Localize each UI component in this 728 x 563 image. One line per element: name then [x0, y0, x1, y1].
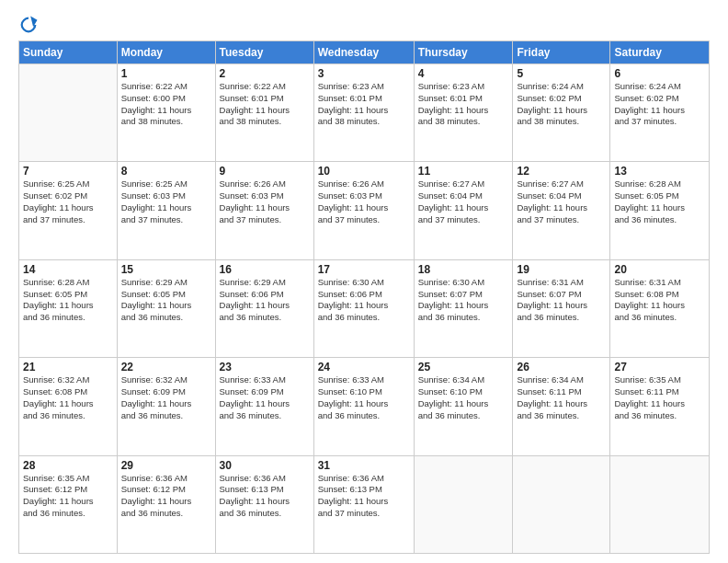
calendar-cell: 27Sunrise: 6:35 AMSunset: 6:11 PMDayligh…	[610, 358, 710, 455]
day-number: 16	[220, 263, 310, 276]
day-info: Sunrise: 6:24 AMSunset: 6:02 PMDaylight:…	[517, 81, 606, 128]
day-info: Sunrise: 6:22 AMSunset: 6:01 PMDaylight:…	[220, 81, 310, 128]
day-number: 27	[614, 361, 705, 373]
calendar-cell	[19, 64, 118, 162]
day-info: Sunrise: 6:34 AMSunset: 6:10 PMDaylight:…	[418, 374, 509, 421]
day-number: 7	[23, 165, 113, 178]
day-info: Sunrise: 6:35 AMSunset: 6:12 PMDaylight:…	[23, 473, 113, 520]
calendar-cell	[414, 455, 513, 553]
day-info: Sunrise: 6:28 AMSunset: 6:05 PMDaylight:…	[614, 178, 705, 225]
day-info: Sunrise: 6:30 AMSunset: 6:06 PMDaylight:…	[318, 277, 410, 324]
day-info: Sunrise: 6:32 AMSunset: 6:09 PMDaylight:…	[121, 374, 211, 421]
calendar-cell: 20Sunrise: 6:31 AMSunset: 6:08 PMDayligh…	[610, 259, 710, 357]
week-row-3: 14Sunrise: 6:28 AMSunset: 6:05 PMDayligh…	[19, 259, 710, 357]
calendar-cell: 26Sunrise: 6:34 AMSunset: 6:11 PMDayligh…	[513, 358, 610, 455]
calendar-cell: 7Sunrise: 6:25 AMSunset: 6:02 PMDaylight…	[19, 162, 118, 259]
day-info: Sunrise: 6:33 AMSunset: 6:10 PMDaylight:…	[318, 374, 410, 421]
day-number: 4	[418, 67, 509, 80]
calendar-cell: 13Sunrise: 6:28 AMSunset: 6:05 PMDayligh…	[610, 162, 710, 259]
calendar-cell: 23Sunrise: 6:33 AMSunset: 6:09 PMDayligh…	[215, 358, 313, 455]
calendar-cell: 21Sunrise: 6:32 AMSunset: 6:08 PMDayligh…	[19, 358, 118, 455]
day-number: 11	[418, 165, 509, 178]
day-info: Sunrise: 6:29 AMSunset: 6:05 PMDaylight:…	[121, 277, 211, 324]
day-info: Sunrise: 6:22 AMSunset: 6:00 PMDaylight:…	[121, 81, 211, 128]
day-number: 18	[418, 263, 509, 276]
calendar-cell: 6Sunrise: 6:24 AMSunset: 6:02 PMDaylight…	[610, 64, 710, 162]
calendar-cell: 12Sunrise: 6:27 AMSunset: 6:04 PMDayligh…	[513, 162, 610, 259]
calendar: SundayMondayTuesdayWednesdayThursdayFrid…	[18, 40, 710, 554]
day-info: Sunrise: 6:31 AMSunset: 6:07 PMDaylight:…	[517, 277, 606, 324]
calendar-cell: 11Sunrise: 6:27 AMSunset: 6:04 PMDayligh…	[414, 162, 513, 259]
calendar-cell	[610, 455, 710, 553]
day-info: Sunrise: 6:36 AMSunset: 6:13 PMDaylight:…	[318, 473, 410, 520]
calendar-cell: 25Sunrise: 6:34 AMSunset: 6:10 PMDayligh…	[414, 358, 513, 455]
day-number: 5	[517, 67, 606, 80]
day-info: Sunrise: 6:35 AMSunset: 6:11 PMDaylight:…	[614, 374, 705, 421]
day-number: 10	[318, 165, 410, 178]
week-row-4: 21Sunrise: 6:32 AMSunset: 6:08 PMDayligh…	[19, 358, 710, 455]
calendar-cell: 4Sunrise: 6:23 AMSunset: 6:01 PMDaylight…	[414, 64, 513, 162]
day-info: Sunrise: 6:25 AMSunset: 6:03 PMDaylight:…	[121, 178, 211, 225]
weekday-header-thursday: Thursday	[414, 41, 513, 64]
calendar-cell: 8Sunrise: 6:25 AMSunset: 6:03 PMDaylight…	[117, 162, 215, 259]
day-number: 15	[121, 263, 211, 276]
calendar-cell: 3Sunrise: 6:23 AMSunset: 6:01 PMDaylight…	[313, 64, 414, 162]
day-info: Sunrise: 6:30 AMSunset: 6:07 PMDaylight:…	[418, 277, 509, 324]
calendar-cell: 29Sunrise: 6:36 AMSunset: 6:12 PMDayligh…	[117, 455, 215, 553]
day-number: 21	[23, 361, 113, 373]
day-info: Sunrise: 6:23 AMSunset: 6:01 PMDaylight:…	[418, 81, 509, 128]
page: SundayMondayTuesdayWednesdayThursdayFrid…	[0, 0, 728, 563]
calendar-cell	[513, 455, 610, 553]
week-row-2: 7Sunrise: 6:25 AMSunset: 6:02 PMDaylight…	[19, 162, 710, 259]
week-row-5: 28Sunrise: 6:35 AMSunset: 6:12 PMDayligh…	[19, 455, 710, 553]
weekday-header-monday: Monday	[117, 41, 215, 64]
day-number: 20	[614, 263, 705, 276]
calendar-cell: 14Sunrise: 6:28 AMSunset: 6:05 PMDayligh…	[19, 259, 118, 357]
header	[18, 15, 710, 35]
day-number: 26	[517, 361, 606, 373]
day-number: 1	[121, 67, 211, 80]
week-row-1: 1Sunrise: 6:22 AMSunset: 6:00 PMDaylight…	[19, 64, 710, 162]
day-number: 3	[318, 67, 410, 80]
weekday-header-row: SundayMondayTuesdayWednesdayThursdayFrid…	[19, 41, 710, 64]
weekday-header-saturday: Saturday	[610, 41, 710, 64]
day-number: 8	[121, 165, 211, 178]
day-number: 17	[318, 263, 410, 276]
logo	[18, 15, 42, 35]
calendar-cell: 9Sunrise: 6:26 AMSunset: 6:03 PMDaylight…	[215, 162, 313, 259]
calendar-cell: 16Sunrise: 6:29 AMSunset: 6:06 PMDayligh…	[215, 259, 313, 357]
weekday-header-friday: Friday	[513, 41, 610, 64]
calendar-cell: 5Sunrise: 6:24 AMSunset: 6:02 PMDaylight…	[513, 64, 610, 162]
calendar-cell: 17Sunrise: 6:30 AMSunset: 6:06 PMDayligh…	[313, 259, 414, 357]
day-number: 22	[121, 361, 211, 373]
day-number: 25	[418, 361, 509, 373]
day-info: Sunrise: 6:29 AMSunset: 6:06 PMDaylight:…	[220, 277, 310, 324]
calendar-cell: 22Sunrise: 6:32 AMSunset: 6:09 PMDayligh…	[117, 358, 215, 455]
day-number: 12	[517, 165, 606, 178]
day-number: 30	[220, 459, 310, 472]
calendar-cell: 28Sunrise: 6:35 AMSunset: 6:12 PMDayligh…	[19, 455, 118, 553]
day-info: Sunrise: 6:36 AMSunset: 6:12 PMDaylight:…	[121, 473, 211, 520]
calendar-cell: 24Sunrise: 6:33 AMSunset: 6:10 PMDayligh…	[313, 358, 414, 455]
day-info: Sunrise: 6:26 AMSunset: 6:03 PMDaylight:…	[220, 178, 310, 225]
day-number: 9	[220, 165, 310, 178]
weekday-header-wednesday: Wednesday	[313, 41, 414, 64]
day-info: Sunrise: 6:25 AMSunset: 6:02 PMDaylight:…	[23, 178, 113, 225]
day-info: Sunrise: 6:33 AMSunset: 6:09 PMDaylight:…	[220, 374, 310, 421]
day-number: 13	[614, 165, 705, 178]
day-info: Sunrise: 6:27 AMSunset: 6:04 PMDaylight:…	[517, 178, 606, 225]
day-info: Sunrise: 6:28 AMSunset: 6:05 PMDaylight:…	[23, 277, 113, 324]
day-number: 2	[220, 67, 310, 80]
weekday-header-tuesday: Tuesday	[215, 41, 313, 64]
day-info: Sunrise: 6:23 AMSunset: 6:01 PMDaylight:…	[318, 81, 410, 128]
calendar-cell: 10Sunrise: 6:26 AMSunset: 6:03 PMDayligh…	[313, 162, 414, 259]
day-number: 19	[517, 263, 606, 276]
day-info: Sunrise: 6:27 AMSunset: 6:04 PMDaylight:…	[418, 178, 509, 225]
logo-icon	[18, 15, 39, 35]
day-info: Sunrise: 6:26 AMSunset: 6:03 PMDaylight:…	[318, 178, 410, 225]
calendar-cell: 19Sunrise: 6:31 AMSunset: 6:07 PMDayligh…	[513, 259, 610, 357]
weekday-header-sunday: Sunday	[19, 41, 118, 64]
calendar-cell: 31Sunrise: 6:36 AMSunset: 6:13 PMDayligh…	[313, 455, 414, 553]
calendar-cell: 15Sunrise: 6:29 AMSunset: 6:05 PMDayligh…	[117, 259, 215, 357]
day-number: 28	[23, 459, 113, 472]
